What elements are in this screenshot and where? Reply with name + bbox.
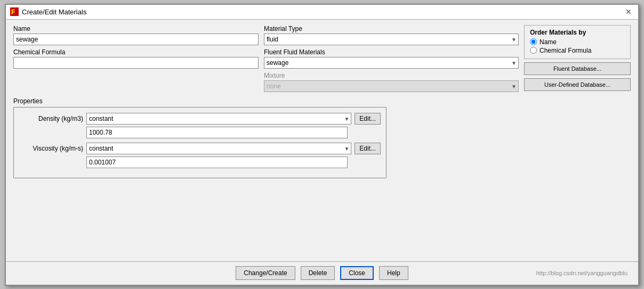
close-button[interactable]: Close (340, 266, 374, 280)
order-by-name-label: Name (540, 38, 557, 46)
properties-box: Density (kg/m3) constant ▼ Edit... Visco… (13, 107, 387, 178)
dialog-title: Create/Edit Materials (22, 8, 86, 16)
mixture-select: none (264, 80, 519, 92)
material-type-group: Material Type fluid solid mixture ▼ (264, 25, 519, 45)
help-button[interactable]: Help (379, 266, 408, 280)
viscosity-value-row (19, 156, 381, 168)
viscosity-value-input[interactable] (86, 156, 348, 168)
name-field-group: Name (13, 25, 259, 45)
properties-title: Properties (13, 97, 631, 105)
density-value-input[interactable] (86, 127, 348, 138)
order-by-name-radio[interactable] (530, 38, 537, 45)
user-defined-database-button[interactable]: User-Defined Database... (524, 78, 631, 91)
density-value-row (19, 127, 381, 138)
material-type-select[interactable]: fluid solid mixture (264, 34, 519, 45)
middle-section: Material Type fluid solid mixture ▼ Flue… (264, 25, 519, 92)
fluent-fluid-materials-select[interactable]: sewage (264, 57, 519, 69)
density-edit-button[interactable]: Edit... (355, 113, 381, 125)
viscosity-method-select[interactable]: constant (86, 143, 351, 154)
order-by-formula-label: Chemical Formula (540, 47, 591, 54)
viscosity-label: Viscosity (kg/m-s) (19, 145, 83, 152)
viscosity-select-wrapper: constant ▼ (86, 143, 351, 154)
name-label: Name (13, 25, 259, 32)
order-materials-box: Order Materials by Name Chemical Formula (524, 25, 631, 59)
fluent-fluid-materials-label: Fluent Fluid Materials (264, 48, 519, 56)
order-by-name-row: Name (530, 38, 625, 46)
bottom-bar: Change/Create Delete Close Help http://b… (6, 261, 638, 285)
material-type-label: Material Type (264, 25, 519, 32)
density-row: Density (kg/m3) constant ▼ Edit... (19, 113, 381, 125)
left-section: Name Chemical Formula (13, 25, 259, 69)
dialog-body: Name Chemical Formula Material Type flui… (6, 20, 638, 261)
viscosity-row: Viscosity (kg/m-s) constant ▼ Edit... (19, 143, 381, 154)
svg-text:F: F (11, 9, 15, 16)
create-edit-materials-dialog: F Create/Edit Materials ✕ Name Chemical … (5, 4, 639, 286)
mixture-select-wrapper: none ▼ (264, 80, 519, 92)
properties-section: Properties Density (kg/m3) constant ▼ Ed… (13, 97, 631, 261)
material-type-select-wrapper: fluid solid mixture ▼ (264, 34, 519, 45)
order-by-formula-radio[interactable] (530, 47, 537, 54)
mixture-group: Mixture none ▼ (264, 72, 519, 92)
top-section: Name Chemical Formula Material Type flui… (13, 25, 631, 92)
title-bar: F Create/Edit Materials ✕ (6, 5, 638, 20)
title-bar-left: F Create/Edit Materials (10, 7, 86, 16)
chemical-formula-input[interactable] (13, 57, 259, 69)
change-create-button[interactable]: Change/Create (236, 266, 295, 280)
density-method-select[interactable]: constant (86, 113, 351, 125)
close-dialog-button[interactable]: ✕ (623, 6, 634, 17)
order-materials-title: Order Materials by (530, 29, 625, 36)
chemical-formula-field-group: Chemical Formula (13, 48, 259, 69)
viscosity-edit-button[interactable]: Edit... (355, 143, 381, 154)
fluent-database-button[interactable]: Fluent Database... (524, 62, 631, 75)
order-by-formula-row: Chemical Formula (530, 47, 625, 54)
delete-button[interactable]: Delete (301, 266, 335, 280)
app-icon: F (10, 7, 19, 16)
density-label: Density (kg/m3) (19, 115, 83, 122)
mixture-label: Mixture (264, 72, 519, 79)
name-input[interactable] (13, 34, 259, 45)
fluent-fluid-materials-select-wrapper: sewage ▼ (264, 57, 519, 69)
watermark-text: http://blog.csdn.net/yangguangdblu (536, 270, 627, 276)
fluent-fluid-materials-group: Fluent Fluid Materials sewage ▼ (264, 48, 519, 69)
density-select-wrapper: constant ▼ (86, 113, 351, 125)
chemical-formula-label: Chemical Formula (13, 48, 259, 56)
right-section: Order Materials by Name Chemical Formula… (524, 25, 631, 91)
